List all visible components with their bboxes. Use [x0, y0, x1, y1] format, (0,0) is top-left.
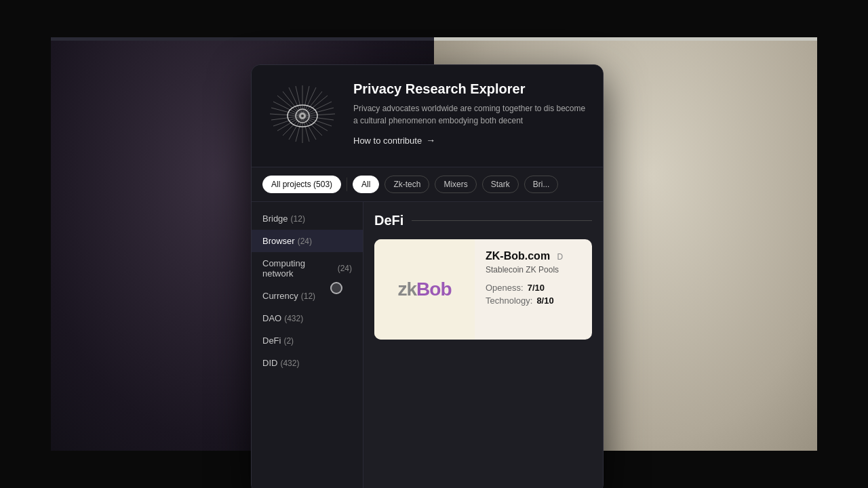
section-header: DeFi: [374, 213, 592, 228]
sidebar-item-dao-name: DAO: [262, 313, 281, 323]
section-title: DeFi: [374, 213, 403, 228]
sidebar-item-currency-count: (12): [301, 291, 315, 301]
eye-icon: [269, 82, 336, 150]
frame-right: [817, 37, 868, 451]
project-description: Stablecoin ZK Pools: [486, 265, 581, 274]
zkbob-bob: Bob: [416, 279, 451, 300]
app-title: Privacy Research Explorer: [353, 81, 587, 97]
sidebar-item-browser-count: (24): [298, 237, 312, 246]
sidebar-item-currency[interactable]: Currency (12): [252, 285, 363, 307]
project-logo-zkbob: zkBob: [374, 239, 475, 340]
contribute-link[interactable]: How to contribute →: [353, 135, 587, 146]
sidebar-item-defi-name: DeFi: [262, 336, 281, 346]
filter-bar: All projects (503) All Zk-tech Mixers St…: [252, 167, 603, 202]
zkbob-logo-text: zkBob: [397, 279, 451, 300]
sidebar-item-defi-count: (2): [283, 336, 294, 346]
project-info-zkbob: ZK-Bob.com D Stablecoin ZK Pools Openess…: [475, 239, 592, 340]
sidebar-item-bridge-count: (12): [291, 214, 305, 224]
project-content-area: DeFi zkBob ZK-Bob.com D Stablecoin ZK Po…: [363, 202, 603, 488]
sidebar-item-defi[interactable]: DeFi (2): [252, 329, 363, 352]
svg-line-4: [302, 116, 334, 120]
filter-bridge[interactable]: Bri...: [524, 176, 559, 193]
openess-value: 7/10: [528, 283, 545, 293]
project-badge: D: [557, 252, 564, 262]
section-divider: [412, 220, 592, 221]
project-card-zkbob[interactable]: zkBob ZK-Bob.com D Stablecoin ZK Pools O…: [374, 239, 592, 340]
sidebar-item-bridge[interactable]: Bridge (12): [252, 207, 363, 230]
privacy-explorer-modal: Privacy Research Explorer Privacy advoca…: [251, 64, 604, 488]
sidebar-item-did[interactable]: DID (432): [252, 352, 363, 374]
sidebar-item-computing-name: Computing network: [262, 258, 335, 279]
modal-body: Bridge (12) Browser (24) Computing netwo…: [252, 202, 603, 488]
all-projects-button[interactable]: All projects (503): [262, 176, 341, 193]
svg-line-10: [271, 116, 302, 120]
technology-label: Technology:: [486, 296, 532, 306]
divider: [347, 178, 347, 191]
sidebar-item-dao-count: (432): [284, 314, 303, 323]
contribute-label: How to contribute: [353, 136, 422, 146]
sidebar-item-computing-network[interactable]: Computing network (24): [252, 252, 363, 285]
openess-label: Openess:: [486, 283, 524, 293]
app-logo: [265, 79, 340, 153]
filter-stark[interactable]: Stark: [482, 176, 519, 193]
project-name: ZK-Bob.com D: [486, 250, 581, 262]
openess-stat: Openess: 7/10: [486, 283, 581, 293]
svg-point-31: [301, 115, 304, 117]
app-description: Privacy advocates worldwide are coming t…: [353, 102, 587, 127]
all-projects-label: All projects: [271, 180, 311, 189]
frame-top: [0, 0, 868, 37]
zkbob-zk: zk: [397, 279, 416, 300]
modal-header: Privacy Research Explorer Privacy advoca…: [252, 65, 603, 167]
contribute-arrow: →: [426, 135, 435, 146]
frame-left: [0, 37, 51, 451]
technology-stat: Technology: 8/10: [486, 296, 581, 306]
all-projects-count: (503): [313, 180, 332, 189]
sidebar-item-did-count: (432): [280, 359, 299, 368]
sidebar-item-browser-name: Browser: [262, 236, 295, 246]
category-sidebar: Bridge (12) Browser (24) Computing netwo…: [252, 202, 363, 488]
filter-all[interactable]: All: [353, 176, 379, 193]
sidebar-item-did-name: DID: [262, 358, 277, 368]
sidebar-item-currency-name: Currency: [262, 291, 298, 301]
sidebar-item-dao[interactable]: DAO (432): [252, 307, 363, 329]
sidebar-item-bridge-name: Bridge: [262, 214, 288, 224]
filter-zktech[interactable]: Zk-tech: [384, 176, 429, 193]
filter-mixers[interactable]: Mixers: [435, 176, 476, 193]
header-text: Privacy Research Explorer Privacy advoca…: [353, 79, 587, 146]
sidebar-item-browser[interactable]: Browser (24): [252, 230, 363, 252]
technology-value: 8/10: [536, 296, 553, 306]
sidebar-item-computing-count: (24): [338, 264, 352, 273]
